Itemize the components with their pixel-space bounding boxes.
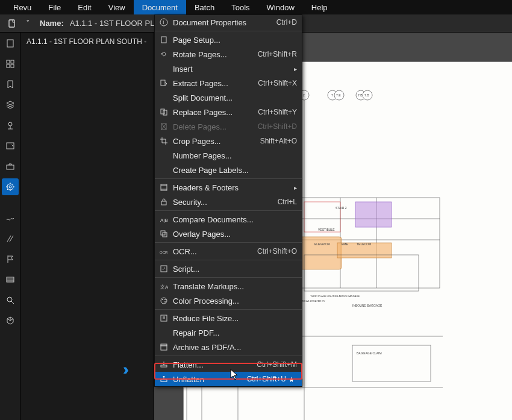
svg-point-12: [7, 297, 12, 302]
submenu-arrow-icon: ▸: [294, 66, 297, 72]
rail-bookmark-icon[interactable]: [2, 76, 19, 93]
menu-item-shortcut: Ctrl+Shift+M: [257, 360, 297, 369]
menu-item-shortcut: Ctrl+Shift+X: [258, 79, 297, 87]
svg-point-82: [161, 298, 167, 304]
menu-item-label: Crop Pages...: [173, 137, 255, 146]
svg-text:THIRD PLANE LIGHTING ABOVE BAG: THIRD PLANE LIGHTING ABOVE BAGGAGE: [310, 295, 360, 298]
menubar-window[interactable]: Window: [258, 0, 303, 14]
menu-item-extract-pages[interactable]: Extract Pages...Ctrl+Shift+X: [155, 76, 302, 90]
hf-icon: [157, 181, 170, 193]
menu-separator: [155, 277, 302, 278]
menubar-tools[interactable]: Tools: [223, 0, 258, 14]
svg-rect-70: [163, 110, 167, 115]
menu-item-label: Archive as PDF/A...: [173, 343, 297, 352]
menubar-view[interactable]: View: [100, 0, 134, 14]
menubar-batch[interactable]: Batch: [186, 0, 223, 14]
menubar-file[interactable]: File: [40, 0, 69, 14]
menubar-document[interactable]: Document: [134, 0, 186, 14]
svg-text:7.E: 7.E: [336, 93, 341, 97]
pointer-chevrons: ›››: [123, 362, 129, 377]
menu-item-split-document[interactable]: Split Document...: [155, 90, 302, 105]
svg-text:7.B: 7.B: [358, 93, 363, 97]
script-icon: [157, 263, 170, 275]
rail-form-icon[interactable]: [2, 137, 19, 154]
info-icon: i: [157, 16, 170, 28]
rail-3d-icon[interactable]: [2, 312, 19, 329]
svg-rect-3: [11, 60, 14, 63]
svg-rect-67: [161, 37, 166, 43]
blank-icon: [157, 63, 170, 75]
menu-item-archive-as-pdf-a[interactable]: Archive as PDF/A...: [155, 340, 302, 354]
menubar-revu[interactable]: Revu: [5, 0, 40, 14]
file-tool-dropdown-icon[interactable]: ˅: [23, 19, 33, 28]
menu-item-label: Script...: [173, 265, 297, 274]
rail-flag-icon[interactable]: [2, 251, 19, 268]
svg-text:EME: EME: [342, 242, 349, 246]
menu-item-shortcut: Ctrl+L: [278, 198, 297, 206]
rail-places-icon[interactable]: [2, 117, 19, 134]
overlay-icon: [157, 228, 170, 240]
menu-item-headers-footers[interactable]: Headers & Footers▸: [155, 180, 302, 195]
svg-text:STAIR 2: STAIR 2: [336, 206, 347, 210]
menu-item-document-properties[interactable]: iDocument PropertiesCtrl+D: [155, 15, 302, 30]
unflatten-icon: [157, 373, 170, 385]
color-icon: [157, 295, 170, 307]
menu-item-compare-documents[interactable]: A|BCompare Documents...: [155, 212, 302, 227]
svg-text:OCR: OCR: [160, 251, 168, 254]
menu-item-insert[interactable]: Insert▸: [155, 61, 302, 76]
svg-rect-0: [9, 20, 14, 27]
menu-item-translate-markups[interactable]: 文ATranslate Markups...: [155, 279, 302, 293]
menubar-edit[interactable]: Edit: [69, 0, 99, 14]
delete-icon: [157, 121, 170, 133]
rail-toolbox-icon[interactable]: [2, 158, 19, 175]
archive-icon: [157, 341, 170, 353]
menu-item-replace-pages[interactable]: Replace Pages...Ctrl+Shift+Y: [155, 105, 302, 119]
svg-text:INBOUND BAGGAGE: INBOUND BAGGAGE: [352, 304, 382, 307]
menu-item-ocr[interactable]: OCROCR...Ctrl+Shift+O: [155, 244, 302, 259]
rail-properties-icon[interactable]: [2, 178, 19, 195]
menu-item-reduce-file-size[interactable]: Reduce File Size...: [155, 311, 302, 325]
menu-item-label: Extract Pages...: [173, 79, 253, 88]
file-tool-icon[interactable]: [5, 16, 19, 31]
menu-item-script[interactable]: Script...: [155, 262, 302, 276]
pin-icon[interactable]: [289, 376, 297, 383]
document-dropdown: iDocument PropertiesCtrl+DPage Setup...R…: [154, 14, 302, 387]
menu-separator: [155, 356, 302, 356]
menu-separator: [155, 178, 302, 179]
menu-item-overlay-pages[interactable]: Overlay Pages...: [155, 227, 302, 241]
menu-item-repair-pdf[interactable]: Repair PDF...: [155, 325, 302, 340]
menu-item-security[interactable]: Security...Ctrl+L: [155, 195, 302, 209]
menu-item-unflatten[interactable]: UnflattenCtrl+Shift+U: [155, 372, 302, 386]
menu-item-label: OCR...: [173, 247, 252, 256]
extract-icon: [157, 77, 170, 89]
rail-file-icon[interactable]: [2, 35, 19, 52]
rail-sets-icon[interactable]: [2, 271, 19, 288]
svg-text:2: 2: [303, 93, 305, 97]
menu-item-page-setup[interactable]: Page Setup...: [155, 33, 302, 47]
menu-item-label: Overlay Pages...: [173, 230, 297, 239]
rail-search-icon[interactable]: [2, 292, 19, 309]
menu-item-shortcut: Ctrl+Shift+D: [258, 122, 297, 131]
menu-item-label: Compare Documents...: [173, 215, 297, 224]
menubar-help[interactable]: Help: [303, 0, 336, 14]
menu-item-number-pages[interactable]: Number Pages...: [155, 148, 302, 163]
menu-item-rotate-pages[interactable]: Rotate Pages...Ctrl+Shift+R: [155, 47, 302, 61]
menu-item-color-processing[interactable]: Color Processing...: [155, 293, 302, 308]
svg-text:7: 7: [331, 93, 333, 97]
menu-item-label: Document Properties: [173, 18, 272, 27]
menu-item-shortcut: Ctrl+Shift+Y: [258, 108, 297, 116]
menu-separator: [155, 260, 302, 260]
svg-rect-75: [161, 201, 166, 205]
name-label: Name:: [40, 19, 64, 28]
rail-links-icon[interactable]: [2, 230, 19, 247]
rail-layers-icon[interactable]: [2, 96, 19, 113]
open-tab-label[interactable]: A1.1.1 - 1ST FLOOR PLAN SOUTH -: [20, 33, 154, 51]
blank-icon: [157, 92, 170, 104]
svg-point-10: [9, 186, 11, 188]
menu-item-crop-pages[interactable]: Crop Pages...Shift+Alt+O: [155, 134, 302, 148]
rail-thumbnails-icon[interactable]: [2, 55, 19, 72]
menu-item-create-page-labels[interactable]: Create Page Labels...: [155, 163, 302, 177]
svg-rect-90: [161, 380, 167, 381]
rail-signatures-icon[interactable]: [2, 210, 19, 227]
menu-item-flatten[interactable]: Flatten...Ctrl+Shift+M: [155, 357, 302, 372]
